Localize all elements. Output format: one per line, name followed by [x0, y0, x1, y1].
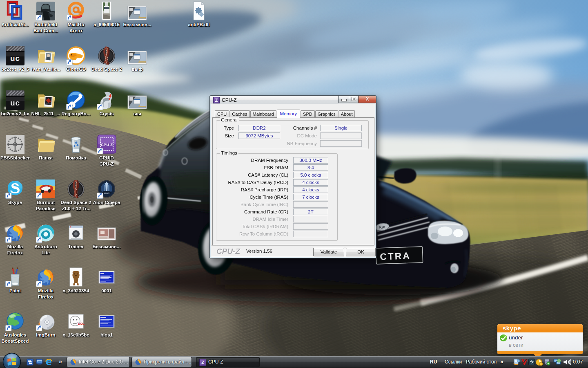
- svg-text:LOL: LOL: [78, 322, 85, 325]
- svg-text:CPU-Z: CPU-Z: [101, 142, 113, 147]
- svg-text:AION: AION: [104, 192, 110, 195]
- svg-text:KIA: KIA: [379, 225, 385, 230]
- svg-text:CTRA: CTRA: [380, 250, 411, 262]
